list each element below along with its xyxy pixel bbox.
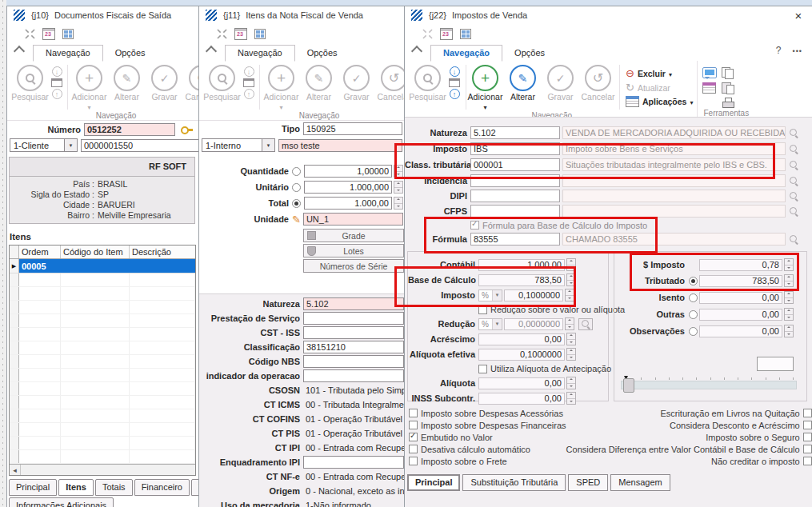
ct-icms-value[interactable]: 00 - Tributada Integralmente <box>303 400 406 409</box>
table-row[interactable] <box>10 382 195 396</box>
csosn-value[interactable]: 101 - Tributada pelo Simples <box>303 385 406 395</box>
cst-iss-field[interactable] <box>303 326 404 339</box>
gravar-button[interactable]: Gravar <box>542 63 579 102</box>
formula-base-calculo-checkbox[interactable] <box>470 221 479 230</box>
row-selector[interactable] <box>10 382 19 395</box>
row-selector[interactable] <box>10 450 19 463</box>
numeros-serie-button[interactable]: Números de Série <box>303 259 404 273</box>
lookup-icon[interactable] <box>789 144 799 154</box>
gravar-button[interactable]: Gravar <box>338 63 375 102</box>
window-list-icon[interactable] <box>51 78 62 87</box>
imposto-aliquota-spinner[interactable] <box>565 289 574 301</box>
quantidade-spinner[interactable] <box>394 165 403 178</box>
class-tributaria-field[interactable]: 000001 <box>470 158 560 171</box>
excluir-button[interactable]: Excluir <box>626 67 693 79</box>
unitario-spinner[interactable] <box>394 181 403 194</box>
unitario-field[interactable]: 1.000,000 <box>304 181 392 194</box>
observacoes-radio[interactable] <box>689 327 698 336</box>
descricao-field[interactable]: mso teste <box>278 139 402 152</box>
tributado-field[interactable]: 783,50 <box>699 275 782 287</box>
alterar-button[interactable]: Alterar <box>300 63 338 102</box>
ct-pis-value[interactable]: 01 - Operação Tributável cor <box>303 429 406 438</box>
adicionar-button[interactable]: Adicionar <box>262 63 300 111</box>
interno-select[interactable]: 1-Interno <box>202 138 275 152</box>
prestacao-field[interactable] <box>303 312 404 325</box>
lookup-icon[interactable] <box>789 206 799 217</box>
tipo-pessoa-select[interactable]: 1-Cliente <box>10 138 78 152</box>
cancelar-button[interactable]: Cancelar <box>375 63 407 102</box>
natureza-field[interactable]: 5.102 <box>303 297 404 310</box>
prev-record-icon[interactable] <box>52 89 62 99</box>
indicador-operacao-field[interactable] <box>303 369 404 382</box>
tab-substituicao-tributaria[interactable]: Substituição Tributária <box>462 474 566 491</box>
copy-icon[interactable] <box>722 67 734 78</box>
horizontal-scrollbar[interactable] <box>10 464 195 475</box>
collapse-icon[interactable] <box>25 29 35 39</box>
row-selector[interactable] <box>10 341 19 354</box>
antecipacao-checkbox[interactable] <box>478 365 487 373</box>
titlebar[interactable]: {j11}Itens da Nota Fiscal de Venda <box>199 6 406 24</box>
row-selector[interactable] <box>10 437 19 449</box>
diferenca-contabil-checkbox[interactable] <box>803 445 812 453</box>
reducao-spinner[interactable] <box>565 317 574 330</box>
despesas-acessorias-checkbox[interactable] <box>409 409 418 417</box>
nao-creditar-checkbox[interactable] <box>803 457 812 465</box>
row-selector[interactable] <box>10 355 19 368</box>
table-row[interactable] <box>10 341 195 355</box>
pesquisar-button[interactable]: Pesquisar <box>11 63 49 102</box>
print-icon[interactable] <box>722 98 734 109</box>
cell-descricao[interactable] <box>130 259 195 273</box>
adicionar-button[interactable]: Adicionar <box>70 63 108 111</box>
tab-navegacao[interactable]: Navegação <box>225 45 295 62</box>
tributado-radio[interactable] <box>689 277 698 285</box>
column-header-descricao[interactable]: Descrição <box>130 246 195 258</box>
table-row[interactable] <box>10 396 195 409</box>
dropdown-arrow-icon[interactable] <box>64 139 77 151</box>
spreadsheet-icon[interactable] <box>702 82 716 94</box>
atualizar-button[interactable]: Atualizar <box>626 82 693 94</box>
imposto-seguro-checkbox[interactable] <box>803 433 812 441</box>
inss-subcontr-field[interactable]: 0,00 <box>478 393 565 405</box>
tab-opcoes[interactable]: Opções <box>103 46 158 61</box>
tab-mensagem[interactable]: Mensagem <box>610 474 670 491</box>
ct-nfe-value[interactable]: 00 - Entrada com Recuperaç <box>303 472 406 481</box>
cancelar-button[interactable]: Cancelar <box>183 63 200 102</box>
outras-radio[interactable] <box>689 310 698 319</box>
cell-ordem[interactable]: 00005 <box>19 259 61 273</box>
table-row[interactable] <box>10 301 195 314</box>
origem-value[interactable]: 0 - Nacional, exceto as indic. <box>303 486 406 496</box>
desconto-acrescimo-checkbox[interactable] <box>803 421 812 429</box>
reducao-percent-select[interactable]: % <box>478 318 502 330</box>
gravar-button[interactable]: Gravar <box>146 63 183 102</box>
tab-itens[interactable]: Itens <box>58 479 94 496</box>
unitario-radio[interactable] <box>292 183 301 192</box>
table-row[interactable] <box>10 437 195 450</box>
reducao-lookup-button[interactable] <box>578 318 593 330</box>
tab-informacoes-adicionais[interactable]: Informações Adicionais <box>9 497 114 507</box>
slider-track[interactable] <box>621 381 797 389</box>
collapse-icon[interactable] <box>422 29 433 39</box>
tab-navegacao[interactable]: Navegação <box>33 45 103 62</box>
dropdown-arrow-icon[interactable] <box>262 139 274 151</box>
prev-record-icon[interactable] <box>450 89 460 99</box>
grade-button[interactable]: Grade <box>303 229 404 242</box>
tab-sped[interactable]: SPED <box>568 474 608 491</box>
inss-subcontr-spinner[interactable] <box>566 392 576 405</box>
row-selector[interactable] <box>10 328 19 341</box>
observacoes-spinner[interactable] <box>784 325 794 337</box>
help-icon[interactable] <box>776 45 782 56</box>
formula-field[interactable]: 83555 <box>470 233 560 246</box>
row-selector[interactable] <box>10 273 19 286</box>
despesas-financeiras-checkbox[interactable] <box>409 421 418 429</box>
lookup-icon[interactable] <box>789 234 799 245</box>
window-list-icon[interactable] <box>243 78 254 87</box>
tipo-field[interactable]: 150925 <box>303 122 402 135</box>
isento-field[interactable]: 0,00 <box>699 292 782 304</box>
alterar-button[interactable]: Alterar <box>504 63 542 102</box>
tab-opcoes[interactable]: Opções <box>295 46 350 61</box>
enquadramento-ipi-field[interactable] <box>303 456 404 469</box>
unidade-field[interactable]: UN_1 <box>303 213 403 226</box>
incidencia-field[interactable] <box>470 174 560 187</box>
lookup-icon[interactable] <box>789 128 799 138</box>
row-selector[interactable] <box>10 423 19 436</box>
